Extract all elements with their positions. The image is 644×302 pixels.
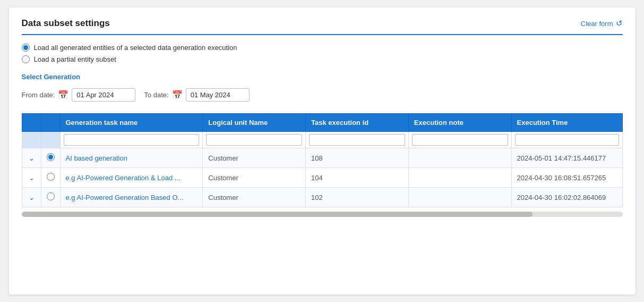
expand-btn-row1[interactable]: ⌄ [22,148,41,168]
filter-task-name-input[interactable] [64,134,200,146]
logical-unit-row1: Customer [203,148,306,168]
logical-unit-row2: Customer [203,168,306,188]
filter-exec-note-cell [408,132,511,148]
filter-logical-unit-cell [203,132,306,148]
select-radio-row1[interactable] [41,148,60,168]
expand-btn-row2[interactable]: ⌄ [22,168,41,188]
filter-exec-note-input[interactable] [412,134,508,146]
table-filter-row [22,132,622,148]
expand-btn-row3[interactable]: ⌄ [22,188,41,207]
filter-exec-time-cell [511,132,622,148]
task-name-row3[interactable]: e.g AI-Powered Generation Based O... [60,188,203,207]
task-exec-id-row2: 104 [306,168,409,188]
from-date-label: From date: [22,91,55,99]
to-date-label: To date: [144,91,168,99]
col-exec-note-header: Execution note [408,114,511,132]
radio-partial-entity[interactable]: Load a partial entity subset [22,55,623,63]
card-header: Data subset settings Clear form ↺ [22,18,623,35]
radio-all-entities-label: Load all generated entities of a selecte… [34,44,237,52]
select-radio-row3[interactable] [41,188,60,207]
horizontal-scrollbar[interactable] [22,212,623,217]
table-row: ⌄ e.g AI-Powered Generation & Load ... C… [22,168,622,188]
task-name-row1[interactable]: AI based generation [60,148,203,168]
col-task-exec-id-header: Task execution id [306,114,409,132]
filter-task-exec-id-input[interactable] [309,134,405,146]
exec-note-row1 [408,148,511,168]
task-name-row2[interactable]: e.g AI-Powered Generation & Load ... [60,168,203,188]
from-date-input[interactable] [72,88,135,102]
to-date-input[interactable] [186,88,250,102]
filter-task-name-cell [60,132,203,148]
page-title: Data subset settings [22,18,110,29]
logical-unit-row3: Customer [203,188,306,207]
exec-time-row2: 2024-04-30 16:08:51.657265 [511,168,622,188]
col-logical-unit-header: Logical unit Name [203,114,306,132]
exec-time-row1: 2024-05-01 14:47:15.446177 [511,148,622,168]
table-row: ⌄ e.g AI-Powered Generation Based O... C… [22,188,622,207]
filter-radio-cell [41,132,60,148]
row-radio-1[interactable] [47,153,55,161]
col-task-name-header: Generation task name [60,114,203,132]
radio-partial-entity-label: Load a partial entity subset [34,55,116,63]
task-exec-id-row3: 102 [306,188,409,207]
col-exec-time-header: Execution Time [511,114,622,132]
exec-note-row3 [408,188,511,207]
to-date-calendar-icon[interactable]: 📅 [172,90,183,100]
radio-all-entities-input[interactable] [22,44,30,52]
filter-task-exec-id-cell [306,132,409,148]
date-filter-row: From date: 📅 To date: 📅 [22,88,623,102]
row-radio-3[interactable] [47,192,55,200]
select-radio-row2[interactable] [41,168,60,188]
clear-form-label: Clear form [581,20,613,28]
to-date-field: To date: 📅 [144,88,249,102]
table-header-row: Generation task name Logical unit Name T… [22,114,622,132]
col-expand-header [22,114,41,132]
exec-time-row3: 2024-04-30 16:02:02.864069 [511,188,622,207]
filter-expand-cell [22,132,41,148]
task-exec-id-row1: 108 [306,148,409,168]
exec-note-row2 [408,168,511,188]
from-date-calendar-icon[interactable]: 📅 [58,90,68,100]
radio-all-entities[interactable]: Load all generated entities of a selecte… [22,44,623,52]
col-radio-header [41,114,60,132]
filter-exec-time-input[interactable] [515,134,619,146]
clear-form-button[interactable]: Clear form ↺ [581,19,623,28]
filter-logical-unit-input[interactable] [206,134,302,146]
from-date-field: From date: 📅 [22,88,136,102]
load-mode-radio-group: Load all generated entities of a selecte… [22,44,623,63]
generation-table: Generation task name Logical unit Name T… [22,113,623,207]
refresh-icon: ↺ [616,19,623,28]
select-generation-label: Select Generation [22,73,623,81]
row-radio-2[interactable] [47,173,55,181]
radio-partial-entity-input[interactable] [22,55,30,63]
scrollbar-thumb [22,212,533,217]
generation-table-wrapper: Generation task name Logical unit Name T… [22,113,623,217]
data-subset-settings-card: Data subset settings Clear form ↺ Load a… [9,7,636,295]
table-row: ⌄ AI based generation Customer 108 2024-… [22,148,622,168]
